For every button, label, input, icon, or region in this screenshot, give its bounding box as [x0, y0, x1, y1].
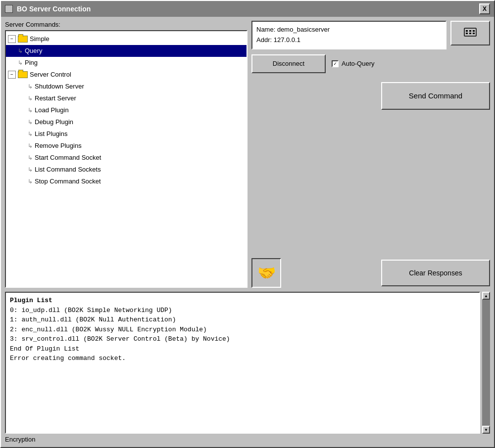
tree-item-debug-plugin-label: Debug Plugin — [35, 117, 73, 128]
arrow-icon-load-plugin: ↳ — [28, 105, 33, 116]
tree-item-load-plugin-label: Load Plugin — [35, 105, 69, 116]
spacer — [251, 115, 490, 249]
right-panel: Name: demo_basicserver Addr: 127.0.0.1 — [251, 21, 490, 288]
svg-rect-4 — [466, 33, 468, 34]
tree-group-server-control[interactable]: − Server Control — [6, 69, 247, 81]
arrow-icon-restart: ↳ — [28, 93, 33, 104]
close-button[interactable]: X — [479, 3, 490, 14]
clear-responses-button[interactable]: Clear Responses — [381, 260, 490, 286]
tree-item-ping-label: Ping — [25, 57, 38, 68]
arrow-icon-stop-cmd-socket: ↳ — [28, 176, 33, 187]
svg-rect-2 — [469, 30, 471, 32]
tree-item-remove-plugins-label: Remove Plugins — [35, 140, 82, 151]
output-line-3: 2: enc_null.dll (BO2K Wussy NULL Encrypt… — [10, 325, 475, 335]
disconnect-row: Disconnect ✓ Auto-Query — [251, 54, 490, 73]
handshake-icon: 🤝 — [257, 264, 276, 282]
bottom-action-row: 🤝 Clear Responses — [251, 258, 490, 288]
tree-item-stop-cmd-socket[interactable]: ↳ Stop Command Socket — [6, 176, 247, 187]
tree-item-load-plugin[interactable]: ↳ Load Plugin — [6, 104, 247, 116]
arrow-icon-remove-plugins: ↳ — [28, 140, 33, 151]
tree-item-shutdown[interactable]: ↳ Shutdown Server — [6, 81, 247, 92]
window-icon — [5, 5, 13, 13]
encryption-label: Encryption — [5, 436, 35, 443]
plugin-icon-button[interactable]: 🤝 — [251, 258, 281, 288]
arrow-icon-list-plugins: ↳ — [28, 129, 33, 139]
svg-rect-0 — [464, 28, 476, 36]
server-icon — [463, 25, 477, 39]
tree-item-debug-plugin[interactable]: ↳ Debug Plugin — [6, 116, 247, 128]
send-command-area: Send Command — [251, 82, 490, 110]
output-panel[interactable]: Plugin List 0: io_udp.dll (BO2K Simple N… — [5, 292, 480, 434]
tree-item-list-cmd-sockets-label: List Command Sockets — [35, 164, 101, 175]
server-icon-button[interactable] — [450, 21, 490, 45]
tree-item-list-plugins[interactable]: ↳ List Plugins — [6, 128, 247, 140]
output-section: Plugin List 0: io_udp.dll (BO2K Simple N… — [5, 292, 490, 443]
tree-item-start-cmd-socket[interactable]: ↳ Start Command Socket — [6, 152, 247, 164]
scroll-up-button[interactable]: ▲ — [482, 292, 490, 300]
expand-simple[interactable]: − — [8, 35, 16, 43]
output-line-2: 1: auth_null.dll (BO2K Null Authenticati… — [10, 315, 475, 325]
svg-rect-1 — [466, 30, 468, 32]
output-line-0: Plugin List — [10, 296, 475, 306]
output-row: Plugin List 0: io_udp.dll (BO2K Simple N… — [5, 292, 490, 434]
send-command-button[interactable]: Send Command — [381, 82, 490, 110]
expand-server-control[interactable]: − — [8, 71, 16, 79]
tree-item-remove-plugins[interactable]: ↳ Remove Plugins — [6, 140, 247, 152]
main-area: Server Commands: − Simple ↳ Query — [5, 21, 490, 288]
output-line-1: 0: io_udp.dll (BO2K Simple Networking UD… — [10, 306, 475, 315]
server-commands-label: Server Commands: — [5, 21, 248, 28]
left-panel: Server Commands: − Simple ↳ Query — [5, 21, 248, 288]
tree-item-list-plugins-label: List Plugins — [35, 129, 67, 139]
tree-item-restart-label: Restart Server — [35, 93, 76, 104]
tree-view[interactable]: − Simple ↳ Query ↳ Ping — [5, 30, 248, 288]
arrow-icon-query: ↳ — [18, 45, 23, 56]
folder-icon-simple — [18, 36, 28, 43]
tree-item-stop-cmd-socket-label: Stop Command Socket — [35, 176, 101, 187]
tree-group-simple[interactable]: − Simple — [6, 33, 247, 45]
main-window: BO Server Connection X Server Commands: … — [0, 0, 495, 448]
tree-item-shutdown-label: Shutdown Server — [35, 81, 84, 92]
tree-item-list-cmd-sockets[interactable]: ↳ List Command Sockets — [6, 164, 247, 176]
title-bar: BO Server Connection X — [1, 1, 494, 17]
svg-rect-5 — [469, 33, 471, 34]
auto-query-label: Auto-Query — [342, 60, 374, 67]
server-addr: Addr: 127.0.0.1 — [256, 35, 442, 45]
window-content: Server Commands: − Simple ↳ Query — [1, 17, 494, 447]
scrollbar-track[interactable] — [482, 300, 490, 426]
tree-group-server-control-label: Server Control — [30, 69, 71, 80]
top-row: Name: demo_basicserver Addr: 127.0.0.1 — [251, 21, 490, 49]
svg-rect-6 — [473, 33, 475, 34]
title-bar-left: BO Server Connection — [5, 5, 91, 13]
svg-rect-3 — [473, 30, 475, 32]
disconnect-button[interactable]: Disconnect — [251, 54, 326, 73]
scroll-down-button[interactable]: ▼ — [482, 426, 490, 434]
auto-query-checkbox[interactable]: ✓ — [332, 60, 339, 67]
folder-icon-server-control — [18, 71, 28, 78]
arrow-icon-debug-plugin: ↳ — [28, 117, 33, 128]
encryption-bar: Encryption — [5, 434, 490, 443]
tree-item-query-label: Query — [25, 45, 42, 56]
arrow-icon-shutdown: ↳ — [28, 81, 33, 92]
tree-item-start-cmd-socket-label: Start Command Socket — [35, 152, 101, 163]
output-line-6: Error creating command socket. — [10, 354, 475, 363]
tree-item-ping[interactable]: ↳ Ping — [6, 57, 247, 69]
arrow-icon-list-cmd-sockets: ↳ — [28, 164, 33, 175]
auto-query-area: ✓ Auto-Query — [332, 60, 374, 67]
server-name: Name: demo_basicserver — [256, 25, 442, 35]
output-scrollbar: ▲ ▼ — [482, 292, 490, 434]
window-title: BO Server Connection — [17, 5, 91, 13]
arrow-icon-start-cmd-socket: ↳ — [28, 152, 33, 163]
tree-item-query[interactable]: ↳ Query — [6, 45, 247, 57]
tree-item-restart[interactable]: ↳ Restart Server — [6, 92, 247, 104]
output-line-4: 3: srv_control.dll (BO2K Server Control … — [10, 334, 475, 344]
tree-group-simple-label: Simple — [30, 34, 50, 45]
arrow-icon-ping: ↳ — [18, 57, 23, 68]
server-info: Name: demo_basicserver Addr: 127.0.0.1 — [251, 21, 446, 49]
output-line-5: End Of Plugin List — [10, 344, 475, 354]
